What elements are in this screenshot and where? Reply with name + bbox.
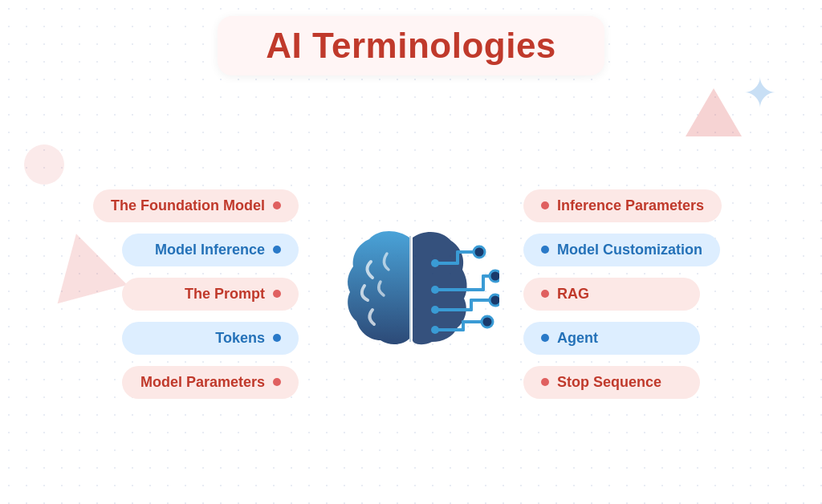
pill-dot (541, 378, 549, 386)
right-pill-item: Agent (523, 322, 700, 355)
left-pill-column: The Foundation ModelModel InferenceThe P… (24, 189, 299, 399)
content-row: The Foundation ModelModel InferenceThe P… (24, 100, 798, 488)
brain-illustration (315, 197, 507, 390)
svg-point-16 (431, 259, 439, 267)
left-pill-item: Model Parameters (122, 366, 299, 399)
pill-label: RAG (557, 286, 589, 303)
pill-dot (273, 246, 281, 254)
pill-label: Model Parameters (140, 374, 265, 391)
svg-point-15 (482, 316, 493, 327)
pill-dot (541, 334, 549, 342)
pill-dot (541, 246, 549, 254)
pill-label: The Prompt (185, 286, 265, 303)
main-container: AI Terminologies The Foundation ModelMod… (0, 0, 822, 504)
page-title: AI Terminologies (266, 26, 556, 65)
title-box: AI Terminologies (218, 16, 604, 75)
svg-point-3 (474, 246, 485, 258)
svg-point-18 (431, 306, 439, 314)
pill-dot (541, 290, 549, 298)
pill-label: Inference Parameters (557, 197, 704, 214)
pill-dot (273, 334, 281, 342)
left-pill-item: Tokens (122, 322, 299, 355)
right-pill-item: Stop Sequence (523, 366, 700, 399)
pill-label: Tokens (215, 330, 265, 347)
pill-dot (273, 201, 281, 209)
svg-point-7 (490, 270, 499, 282)
left-pill-item: Model Inference (122, 234, 299, 266)
left-pill-item: The Foundation Model (93, 189, 299, 222)
right-pill-item: Inference Parameters (523, 189, 722, 222)
pill-label: Model Inference (155, 242, 265, 258)
pill-label: The Foundation Model (111, 197, 265, 214)
right-pill-item: RAG (523, 278, 700, 311)
svg-point-17 (431, 286, 439, 294)
pill-label: Model Customization (557, 242, 702, 258)
svg-point-19 (431, 326, 439, 334)
pill-dot (541, 201, 549, 209)
right-pill-item: Model Customization (523, 234, 720, 266)
pill-dot (273, 378, 281, 386)
right-pill-column: Inference ParametersModel CustomizationR… (523, 189, 798, 399)
pill-label: Agent (557, 330, 598, 347)
pill-dot (273, 290, 281, 298)
svg-point-11 (490, 295, 499, 306)
pill-label: Stop Sequence (557, 374, 661, 391)
left-pill-item: The Prompt (122, 278, 299, 311)
